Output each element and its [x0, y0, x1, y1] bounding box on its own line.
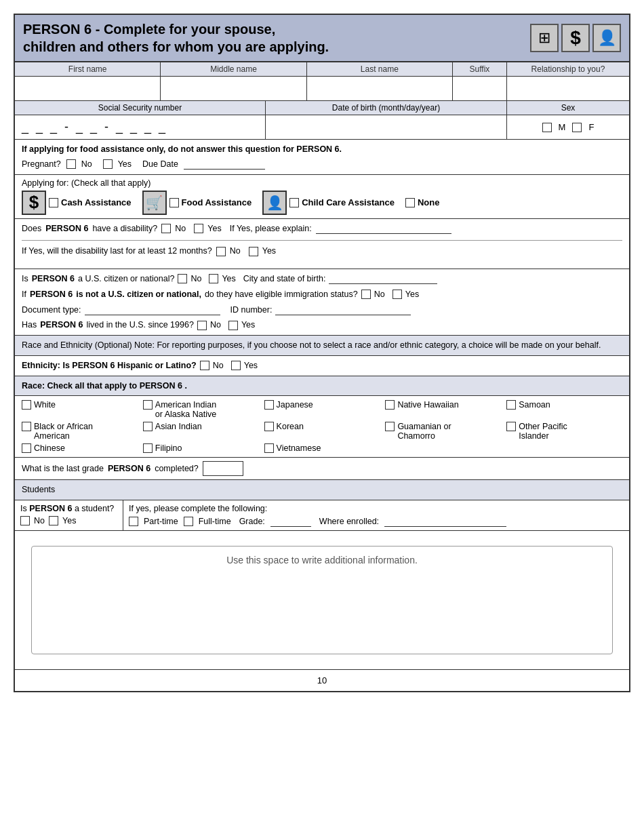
header: PERSON 6 - Complete for your spouse, chi…	[15, 15, 629, 62]
race-other-pacific-checkbox[interactable]	[506, 422, 516, 431]
none-label: None	[418, 197, 440, 207]
student-yes-label: Yes	[62, 516, 76, 525]
ethnicity-pre: Ethnicity: Is	[22, 361, 70, 370]
student-if-yes: If yes, please complete the following:	[129, 504, 267, 513]
grade-label: Grade:	[239, 517, 265, 526]
food-checkbox[interactable]	[169, 198, 179, 207]
race-native-hawaiian: Native Hawaiian	[385, 400, 501, 419]
food-assistance-option: 🛒 Food Assistance	[142, 191, 252, 215]
grade-person: PERSON 6	[108, 462, 150, 475]
sex-f-checkbox[interactable]	[572, 123, 582, 132]
noncitizen-person: PERSON 6	[30, 288, 73, 301]
dob-value[interactable]	[266, 115, 507, 139]
childcare-assistance-option: 👤 Child Care Assistance	[262, 191, 395, 215]
additional-space[interactable]: Use this space to write additional infor…	[31, 546, 613, 654]
ethnicity-section: Ethnicity: Is PERSON 6 Hispanic or Latin…	[15, 356, 629, 376]
disability-duration-yes-checkbox[interactable]	[249, 247, 258, 256]
childcare-icon: 👤	[262, 191, 287, 215]
pregnant-no-checkbox[interactable]	[66, 159, 76, 169]
ssn-label-row: Social Security number Date of birth (mo…	[15, 101, 629, 115]
childcare-checkbox[interactable]	[289, 198, 299, 207]
disability-duration-no-checkbox[interactable]	[216, 247, 226, 256]
disability-no-label: No	[175, 222, 186, 235]
lived-yes-checkbox[interactable]	[228, 321, 238, 330]
ssn-value[interactable]: _ _ _ - _ _ - _ _ _ _	[15, 115, 266, 139]
enrolled-label: Where enrolled:	[319, 517, 379, 526]
full-time-checkbox[interactable]	[184, 517, 193, 526]
pregnant-yes-checkbox[interactable]	[103, 159, 113, 169]
doc-type-input[interactable]	[85, 304, 220, 315]
id-number-label: ID number:	[230, 304, 273, 317]
due-date-label: Due Date	[142, 158, 178, 171]
middle-name-input[interactable]	[161, 77, 306, 100]
noncitizen-yes-checkbox[interactable]	[393, 290, 402, 299]
sex-m-checkbox[interactable]	[542, 123, 552, 132]
id-number-input[interactable]	[275, 304, 411, 315]
first-name-input[interactable]	[15, 77, 161, 100]
students-header-text: Students	[22, 485, 55, 494]
city-state-input[interactable]	[329, 273, 437, 284]
students-right: If yes, please complete the following: P…	[123, 500, 629, 530]
race-guamanian-checkbox[interactable]	[385, 422, 395, 431]
noncitizen-yes-label: Yes	[405, 288, 419, 301]
suffix-input[interactable]	[453, 77, 507, 100]
race-asian-indian: Asian Indian	[143, 422, 259, 441]
lived-no-label: No	[210, 319, 221, 332]
student-no-checkbox[interactable]	[20, 516, 30, 525]
disability-explain-input[interactable]	[316, 223, 451, 234]
race-vietnamese-label: Vietnamese	[277, 443, 321, 453]
grade-input[interactable]	[203, 461, 243, 476]
race-american-indian-checkbox[interactable]	[143, 400, 153, 410]
due-date-input[interactable]	[184, 159, 265, 170]
ethnicity-yes-checkbox[interactable]	[231, 361, 241, 370]
city-state-label: City and state of birth:	[243, 273, 326, 285]
student-no-label: No	[34, 516, 45, 525]
race-chinese-checkbox[interactable]	[22, 443, 31, 453]
disability-yes-checkbox[interactable]	[194, 224, 203, 233]
disability-duration-text: If Yes, will the disability last for at …	[22, 245, 212, 258]
noncitizen-no-checkbox[interactable]	[361, 290, 371, 299]
race-japanese-checkbox[interactable]	[264, 400, 274, 410]
col-relationship: Relationship to you?	[507, 62, 629, 76]
none-checkbox[interactable]	[405, 198, 415, 207]
students-left: Is PERSON 6 a student? No Yes	[15, 500, 123, 530]
grade-value-input[interactable]	[270, 516, 311, 527]
relationship-input[interactable]	[507, 77, 629, 100]
race-other-pacific-label: Other PacificIslander	[519, 422, 567, 441]
disability-text2: have a disability?	[92, 222, 157, 235]
student-q-post: a student?	[75, 504, 114, 513]
race-japanese-label: Japanese	[277, 400, 313, 410]
ethnicity-yes-label: Yes	[244, 359, 258, 372]
part-time-checkbox[interactable]	[129, 517, 138, 526]
cash-checkbox[interactable]	[49, 198, 58, 207]
pregnant-section: If applying for food assistance only, do…	[15, 140, 629, 175]
race-header-pre: Race: Check all that apply to	[22, 381, 137, 391]
race-white-checkbox[interactable]	[22, 400, 31, 410]
enrolled-input[interactable]	[384, 516, 506, 527]
applying-options: $ Cash Assistance 🛒 Food Assistance 👤 Ch…	[22, 191, 622, 215]
last-name-input[interactable]	[307, 77, 453, 100]
race-filipino-checkbox[interactable]	[143, 443, 153, 453]
race-black-label: Black or AfricanAmerican	[34, 422, 93, 441]
column-headers: First name Middle name Last name Suffix …	[15, 62, 629, 77]
race-asian-indian-checkbox[interactable]	[143, 422, 153, 431]
race-empty-1	[385, 443, 501, 453]
applying-label: Applying for: (Check all that apply)	[22, 178, 622, 188]
citizen-yes-checkbox[interactable]	[209, 274, 218, 283]
page-number: 10	[15, 670, 629, 691]
lived-no-checkbox[interactable]	[197, 321, 207, 330]
cash-assistance-option: $ Cash Assistance	[22, 191, 132, 215]
race-korean-checkbox[interactable]	[264, 422, 274, 431]
race-samoan-checkbox[interactable]	[506, 400, 516, 410]
race-native-hawaiian-checkbox[interactable]	[385, 400, 395, 410]
race-black: Black or AfricanAmerican	[22, 422, 138, 441]
race-vietnamese-checkbox[interactable]	[264, 443, 274, 453]
race-empty-2	[506, 443, 622, 453]
part-time-label: Part-time	[144, 517, 178, 526]
citizen-no-checkbox[interactable]	[178, 274, 187, 283]
race-samoan-label: Samoan	[519, 400, 550, 410]
ethnicity-no-checkbox[interactable]	[200, 361, 209, 370]
disability-no-checkbox[interactable]	[161, 224, 171, 233]
race-black-checkbox[interactable]	[22, 422, 31, 431]
student-yes-checkbox[interactable]	[49, 516, 58, 525]
